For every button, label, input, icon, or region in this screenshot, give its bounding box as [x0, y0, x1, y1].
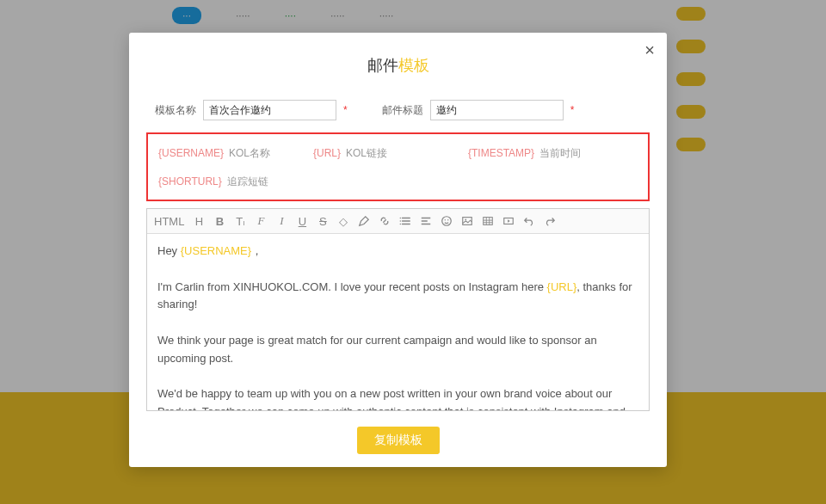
- bold-icon[interactable]: B: [213, 215, 225, 228]
- list-icon[interactable]: [399, 215, 411, 227]
- body-p3: We'd be happy to team up with you on a n…: [157, 385, 638, 410]
- variables-box: {USERNAME} KOL名称 {URL} KOL链接 {TIMESTAMP}…: [146, 132, 650, 201]
- template-name-label: 模板名称: [155, 103, 196, 118]
- variables-row-1: {USERNAME} KOL名称 {URL} KOL链接 {TIMESTAMP}…: [158, 146, 638, 161]
- redo-icon[interactable]: [544, 215, 556, 227]
- italic-icon[interactable]: I: [275, 214, 287, 228]
- svg-point-0: [442, 217, 452, 226]
- email-subject-input[interactable]: [430, 100, 564, 120]
- video-icon[interactable]: [502, 215, 515, 227]
- body-greeting: Hey {USERNAME}，: [157, 243, 638, 261]
- form-row: 模板名称 * 邮件标题 *: [155, 100, 641, 120]
- svg-point-1: [445, 219, 446, 220]
- svg-point-2: [447, 219, 448, 220]
- editor-content[interactable]: Hey {USERNAME}， I'm Carlin from XINHUOKO…: [147, 234, 649, 410]
- copy-row: 复制模板: [129, 427, 667, 454]
- textsize-icon[interactable]: TI: [234, 215, 246, 228]
- emoji-icon[interactable]: [441, 215, 453, 227]
- font-icon[interactable]: F: [255, 214, 267, 228]
- svg-rect-5: [484, 218, 493, 225]
- heading-icon[interactable]: H: [193, 215, 205, 228]
- variables-row-2: {SHORTURL} 追踪短链: [158, 175, 638, 189]
- rich-text-editor: HTML H B TI F I U S ◇: [146, 208, 650, 411]
- variable-item[interactable]: {SHORTURL} 追踪短链: [158, 175, 268, 189]
- modal-title: 邮件模板: [129, 33, 667, 76]
- clear-icon[interactable]: ◇: [337, 215, 349, 228]
- variable-item[interactable]: {USERNAME} KOL名称: [158, 146, 305, 161]
- undo-icon[interactable]: [523, 215, 535, 227]
- body-p1: I'm Carlin from XINHUOKOL.COM. I love yo…: [157, 279, 638, 315]
- brush-icon[interactable]: [358, 215, 370, 227]
- required-mark: *: [570, 104, 575, 116]
- strike-icon[interactable]: S: [317, 215, 329, 228]
- required-mark: *: [343, 104, 348, 116]
- template-name-input[interactable]: [203, 100, 336, 120]
- variable-item[interactable]: {TIMESTAMP} 当前时间: [468, 146, 581, 161]
- table-icon[interactable]: [482, 215, 494, 227]
- variable-item[interactable]: {URL} KOL链接: [313, 146, 459, 161]
- body-p2: We think your page is great match for ou…: [157, 332, 638, 368]
- close-icon[interactable]: ×: [644, 41, 655, 58]
- email-template-modal: × 邮件模板 模板名称 * 邮件标题 * {USERNAME} KOL名称 {U…: [129, 33, 667, 467]
- svg-point-4: [465, 218, 467, 220]
- email-subject-label: 邮件标题: [382, 103, 423, 118]
- align-icon[interactable]: [420, 215, 432, 227]
- underline-icon[interactable]: U: [296, 215, 308, 228]
- editor-toolbar: HTML H B TI F I U S ◇: [147, 209, 649, 234]
- image-icon[interactable]: [461, 215, 473, 227]
- toolbar-html-button[interactable]: HTML: [154, 215, 184, 228]
- link-icon[interactable]: [379, 215, 391, 227]
- copy-template-button[interactable]: 复制模板: [357, 427, 440, 454]
